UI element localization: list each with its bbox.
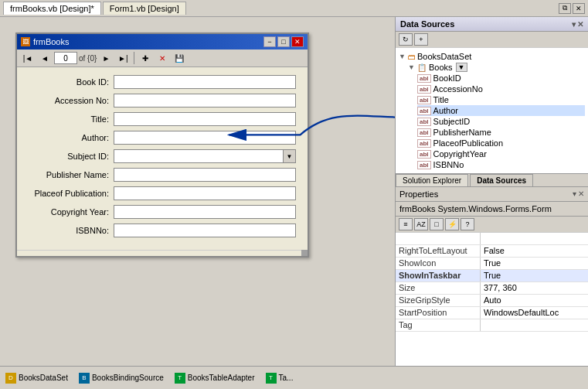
component-booksbindingsource[interactable]: B BooksBindingSource [76, 372, 166, 384]
input-title[interactable] [114, 112, 296, 126]
tree-item-booksdataset[interactable]: ▼ 🗃 BooksDataSet [399, 51, 585, 62]
tree-item-isbnno[interactable]: abl ISBNNo [417, 159, 585, 170]
tab-controls: ⧉ ✕ [559, 3, 585, 14]
tree-item-accessionno[interactable]: abl AccessionNo [417, 84, 585, 94]
books-tag-icon[interactable]: ▼ [456, 63, 467, 72]
label-author: Author: [29, 133, 114, 142]
combo-subjectid[interactable]: ▼ [114, 149, 296, 163]
field-row-publishername: Publisher Name: [29, 168, 296, 182]
prop-value-tag[interactable]: WindowsDefaultLoc [481, 307, 588, 319]
component-ta[interactable]: T Ta... [263, 372, 296, 384]
field-row-placeofpub: Placeof Publication: [29, 186, 296, 200]
tab-solution-explorer[interactable]: Solution Explorer [396, 174, 468, 186]
tree-item-publishername[interactable]: abl PublisherName [417, 127, 585, 138]
prop-value-sizegripstyle[interactable]: 377, 360 [481, 282, 588, 294]
ds-refresh-btn[interactable]: ↻ [399, 33, 413, 46]
prop-name-showicon: RightToLeftLayout [396, 245, 481, 257]
input-author[interactable] [114, 131, 296, 145]
datasources-tree: ▼ 🗃 BooksDataSet ▼ 📋 Books ▼ abl BookID [396, 48, 588, 173]
component-bookstableadapter[interactable]: T BooksTableAdapter [172, 372, 257, 384]
tree-item-author[interactable]: abl Author [417, 105, 585, 116]
tree-item-subjectid[interactable]: abl SubjectID [417, 116, 585, 127]
prop-row-startposition[interactable]: SizeGripStyle Auto [396, 295, 588, 307]
prop-value-size[interactable]: True [481, 270, 588, 282]
tree-label-title: Title [433, 95, 449, 104]
float-btn[interactable]: ⧉ [559, 3, 571, 14]
delete-record-btn[interactable]: ✕ [155, 51, 170, 65]
abl-badge-title: abl [417, 96, 431, 104]
combo-arrow-icon[interactable]: ▼ [283, 150, 295, 162]
prop-row-showicon[interactable]: RightToLeftLayout False [396, 245, 588, 258]
ds-add-btn[interactable]: + [414, 33, 428, 46]
tree-label-publishername: PublisherName [433, 128, 491, 137]
record-counter[interactable] [54, 52, 77, 64]
tree-item-copyrightyear[interactable]: abl CopyrightYear [417, 148, 585, 159]
nav-first-btn[interactable]: |◄ [20, 51, 36, 65]
props-pin-btns: ▾ ✕ [573, 189, 584, 199]
input-placeofpub[interactable] [114, 186, 296, 200]
prop-value-startposition[interactable]: Auto [481, 295, 588, 306]
add-record-btn[interactable]: ✚ [138, 51, 153, 65]
props-sort-alpha-btn[interactable]: AZ [414, 218, 428, 230]
properties-panel: Properties ▾ ✕ frmBooks System.Windows.F… [396, 187, 588, 366]
label-publishername: Publisher Name: [29, 170, 114, 179]
input-bookid[interactable] [114, 75, 296, 89]
props-close-btn[interactable]: ✕ [578, 189, 584, 199]
nav-next-btn[interactable]: ► [98, 51, 114, 65]
tree-item-books[interactable]: ▼ 📋 Books ▼ [408, 62, 585, 73]
input-copyrightyear[interactable] [114, 205, 296, 219]
abl-badge-isbnno: abl [417, 161, 431, 169]
prop-value-showicon[interactable]: False [481, 245, 588, 257]
prop-value-showintaskbar[interactable]: True [481, 258, 588, 269]
prop-row-size[interactable]: ShowInTaskbar True [396, 270, 588, 282]
props-sort-cat-btn[interactable]: ≡ [399, 218, 413, 230]
close-tab-btn[interactable]: ✕ [573, 3, 585, 14]
tab-data-sources[interactable]: Data Sources [470, 174, 533, 186]
form-body: Book ID: Accession No: Title: Author: [17, 67, 308, 250]
props-view-btn[interactable]: □ [430, 218, 444, 230]
prop-row-sizegripstyle[interactable]: Size 377, 360 [396, 282, 588, 295]
tab-bar: frmBooks.vb [Design]* Form1.vb [Design] … [0, 0, 588, 17]
prop-value-text[interactable] [481, 319, 588, 331]
props-subject: frmBooks System.Windows.Forms.Form [396, 202, 588, 217]
tree-item-title[interactable]: abl Title [417, 94, 585, 105]
prop-row-text[interactable]: Tag [396, 319, 588, 332]
tab-form1[interactable]: Form1.vb [Design] [103, 2, 186, 15]
field-row-isbnno: ISBNNo: [29, 224, 296, 237]
nav-prev-btn[interactable]: ◄ [37, 51, 53, 65]
component-booksdataset[interactable]: D BooksDataSet [3, 372, 70, 384]
label-title: Title: [29, 114, 114, 124]
tree-label-booksdataset: BooksDataSet [417, 52, 471, 61]
tree-item-placeofpub[interactable]: abl PlaceofPublication [417, 138, 585, 148]
field-row-bookid: Book ID: [29, 75, 296, 89]
tree-label-isbnno: ISBNNo [433, 160, 464, 169]
resize-handle[interactable] [301, 250, 308, 256]
ta-label: Ta... [279, 374, 294, 382]
pin-btn[interactable]: ▾ [572, 20, 576, 29]
props-events-btn[interactable]: ⚡ [445, 218, 459, 230]
save-record-btn[interactable]: 💾 [172, 51, 187, 65]
tree-label-copyrightyear: CopyrightYear [433, 149, 487, 159]
prop-row-righttoleftlayout[interactable] [396, 233, 588, 245]
nav-last-btn[interactable]: ►| [115, 51, 131, 65]
input-accessionno[interactable] [114, 94, 296, 107]
props-dropdown-btn[interactable]: ▾ [573, 189, 576, 199]
tree-item-bookid[interactable]: abl BookID [417, 73, 585, 84]
prop-row-tag[interactable]: StartPosition WindowsDefaultLoc [396, 307, 588, 319]
input-isbnno[interactable] [114, 224, 296, 237]
form-close-btn[interactable]: ✕ [291, 36, 304, 47]
record-total: of {0} [79, 54, 97, 63]
prop-value-righttoleftlayout[interactable] [481, 233, 588, 244]
field-row-copyrightyear: Copyright Year: [29, 205, 296, 219]
form-maximize-btn[interactable]: □ [277, 36, 290, 47]
bookstableadapter-icon: T [175, 373, 185, 384]
prop-row-showintaskbar[interactable]: ShowIcon True [396, 258, 588, 270]
form-minimize-btn[interactable]: − [263, 36, 276, 47]
tab-frm-books[interactable]: frmBooks.vb [Design]* [3, 2, 101, 15]
props-help-btn[interactable]: ? [461, 218, 474, 230]
input-publishername[interactable] [114, 168, 296, 182]
tree-label-subjectid: SubjectID [433, 117, 471, 126]
prop-name-sizegripstyle: Size [396, 282, 481, 294]
close-panel-btn[interactable]: ✕ [577, 20, 583, 29]
prop-name-startposition: SizeGripStyle [396, 295, 481, 306]
